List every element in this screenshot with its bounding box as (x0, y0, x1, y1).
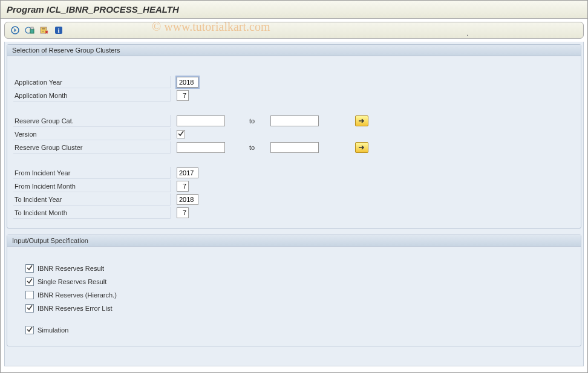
row-from-incident-month: From Incident Month (13, 180, 575, 193)
input-app-year[interactable] (177, 77, 198, 88)
label-from-month: From Incident Month (13, 180, 171, 192)
svg-text:i: i (57, 27, 59, 34)
input-reserve-cluster-to[interactable] (270, 142, 319, 153)
label-version: Version (13, 128, 171, 140)
arrow-right-icon (358, 118, 366, 124)
row-to-incident-year: To Incident Year (13, 193, 575, 206)
period-indicator: . (466, 30, 468, 37)
info-icon[interactable]: i (53, 25, 64, 36)
label-app-month: Application Month (13, 89, 171, 102)
toolbar: i © www.tutorialkart.com . (4, 22, 584, 39)
content-area: Selection of Reserve Group Clusters Appl… (4, 42, 584, 366)
label-reserve-cat: Reserve Group Cat. (13, 115, 171, 127)
label-app-year: Application Year (13, 76, 171, 88)
row-single-result: Single Reserves Result (13, 276, 575, 288)
row-application-year: Application Year (13, 76, 575, 89)
row-simulation: Simulation (13, 324, 575, 336)
row-to-incident-month: To Incident Month (13, 206, 575, 219)
label-reserve-cluster: Reserve Group Cluster (13, 141, 171, 154)
check-icon (26, 326, 33, 333)
group-title-reserve: Selection of Reserve Group Clusters (7, 45, 581, 56)
row-reserve-cluster: Reserve Group Cluster to (13, 141, 575, 154)
input-reserve-cat-to[interactable] (270, 115, 319, 126)
label-from-year: From Incident Year (13, 167, 171, 179)
input-reserve-cluster-from[interactable] (177, 142, 225, 153)
row-reserve-cat: Reserve Group Cat. to (13, 114, 575, 128)
label-ibnr-hier: IBNR Reserves (Hierarch.) (38, 291, 117, 299)
checkbox-ibnr-hier[interactable] (25, 291, 34, 299)
svg-rect-3 (31, 27, 33, 29)
input-app-month[interactable] (177, 90, 189, 101)
group-io-spec: Input/Output Specification IBNR Reserves… (7, 235, 581, 346)
svg-rect-5 (42, 28, 45, 29)
row-ibnr-hier: IBNR Reserves (Hierarch.) (13, 289, 575, 301)
input-version-checkbox[interactable] (177, 130, 185, 138)
label-simulation: Simulation (38, 326, 68, 334)
row-application-month: Application Month (13, 89, 575, 102)
checkbox-ibnr-result[interactable] (25, 264, 34, 273)
to-label-cluster: to (249, 144, 261, 151)
input-to-year[interactable] (177, 194, 198, 205)
input-to-month[interactable] (177, 207, 189, 218)
label-single-result: Single Reserves Result (38, 278, 106, 285)
arrow-right-icon (358, 144, 366, 151)
label-ibnr-error: IBNR Reserves Error List (38, 305, 112, 312)
label-to-month: To Incident Month (13, 207, 171, 219)
execute-icon[interactable] (10, 25, 21, 36)
row-ibnr-result: IBNR Reserves Result (13, 262, 575, 274)
input-from-year[interactable] (177, 167, 198, 178)
variant-icon[interactable] (39, 25, 50, 36)
check-icon (26, 304, 33, 311)
multi-select-cat-button[interactable] (355, 115, 368, 126)
row-from-incident-year: From Incident Year (13, 166, 575, 180)
check-icon (26, 264, 33, 271)
group-title-io: Input/Output Specification (7, 235, 581, 247)
to-label-cat: to (249, 117, 261, 125)
row-version: Version (13, 128, 575, 141)
watermark-text: © www.tutorialkart.com (152, 20, 270, 34)
checkbox-simulation[interactable] (25, 326, 34, 334)
input-from-month[interactable] (177, 181, 189, 192)
execute-print-icon[interactable] (24, 25, 35, 36)
check-icon (177, 130, 185, 137)
check-icon (26, 277, 33, 285)
label-ibnr-result: IBNR Reserves Result (38, 265, 104, 272)
label-to-year: To Incident Year (13, 193, 171, 206)
svg-rect-2 (30, 29, 34, 33)
row-ibnr-error: IBNR Reserves Error List (13, 302, 575, 314)
multi-select-cluster-button[interactable] (355, 142, 368, 153)
svg-rect-6 (42, 30, 45, 30)
checkbox-ibnr-error[interactable] (25, 304, 34, 313)
window-title: Program ICL_IBNR_PROCESS_HEALTH (1, 1, 587, 19)
group-reserve-clusters: Selection of Reserve Group Clusters Appl… (7, 44, 581, 229)
input-reserve-cat-from[interactable] (177, 115, 225, 126)
svg-rect-7 (42, 31, 44, 31)
checkbox-single-result[interactable] (25, 277, 34, 286)
